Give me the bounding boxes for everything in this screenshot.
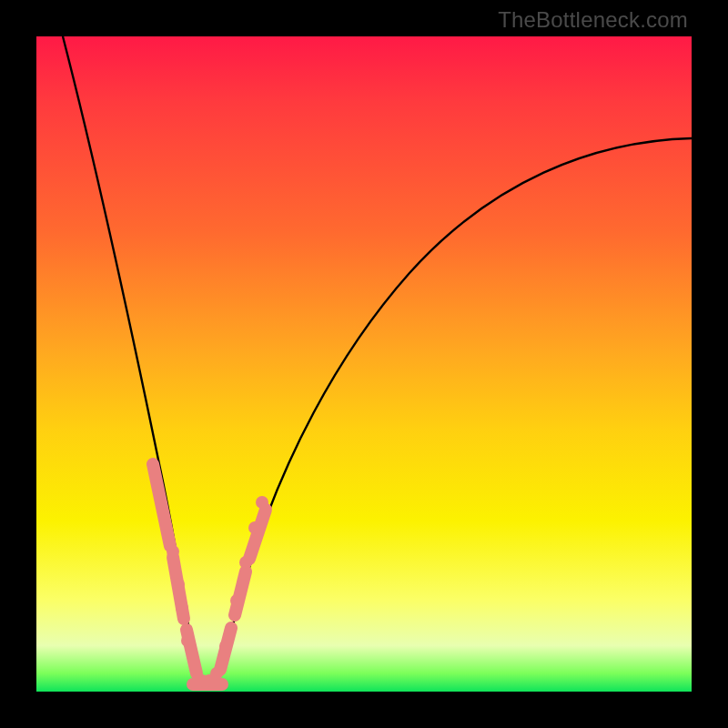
chart-frame: TheBottleneck.com bbox=[0, 0, 728, 728]
svg-point-7 bbox=[219, 640, 232, 652]
watermark-text: TheBottleneck.com bbox=[498, 7, 688, 33]
svg-point-10 bbox=[248, 521, 261, 534]
curve-layer bbox=[36, 36, 692, 692]
svg-point-8 bbox=[230, 594, 243, 607]
svg-point-3 bbox=[181, 634, 194, 647]
svg-point-1 bbox=[172, 578, 185, 591]
svg-point-9 bbox=[239, 556, 252, 569]
svg-point-2 bbox=[176, 602, 188, 614]
plot-area bbox=[36, 36, 692, 692]
bottleneck-curve bbox=[63, 36, 692, 688]
svg-point-0 bbox=[167, 545, 179, 558]
highlight-segments bbox=[153, 464, 266, 684]
svg-point-11 bbox=[256, 496, 268, 509]
svg-point-6 bbox=[210, 667, 223, 680]
